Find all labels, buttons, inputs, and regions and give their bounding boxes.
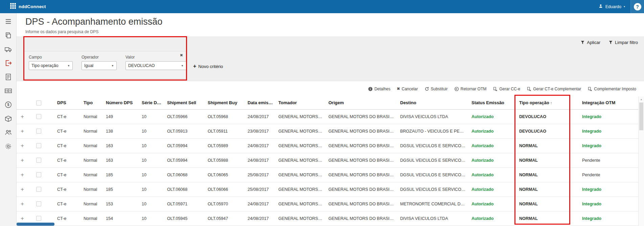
expand-row-button[interactable]: +: [21, 172, 24, 178]
cell-destino: BROZAUTO - VEICULOS E PECAS LT...: [396, 124, 467, 138]
cell-buy: OLT.05989: [204, 138, 244, 153]
row-checkbox[interactable]: [36, 201, 41, 206]
row-checkbox[interactable]: [36, 143, 41, 148]
cell-data: 24/08/2017: [244, 197, 274, 211]
cell-tipo: Normal: [79, 211, 102, 226]
package-icon[interactable]: [4, 115, 12, 122]
substituir-button[interactable]: Substituir: [424, 87, 448, 91]
gerar-cce-button[interactable]: Gerar CC-e: [493, 87, 520, 91]
document-arrow-icon: [527, 87, 531, 91]
expand-row-button[interactable]: +: [21, 201, 24, 207]
users-icon[interactable]: [4, 129, 12, 136]
row-checkbox[interactable]: [36, 216, 41, 221]
apply-filter-button[interactable]: Aplicar: [580, 40, 600, 45]
cell-tipo_operacao: NORMAL: [515, 167, 578, 182]
value-select[interactable]: DEVOLUCAO ▼: [125, 61, 186, 70]
col-tipo-operacao[interactable]: Tipo operação↑: [515, 96, 578, 109]
col-tomador[interactable]: Tomador: [274, 96, 324, 109]
cell-tomador: GENERAL MOTORS DO ...: [274, 211, 324, 226]
cell-tipo_operacao: NORMAL: [515, 138, 578, 153]
cell-dps: CT-e: [53, 211, 79, 226]
cell-tipo: Normal: [79, 167, 102, 182]
col-origem[interactable]: Origem: [324, 96, 396, 109]
cell-dps: CT-e: [53, 138, 79, 153]
cancelar-button[interactable]: ✖ Cancelar: [397, 87, 418, 91]
currency-dollar-icon[interactable]: $: [4, 101, 12, 109]
menu-icon[interactable]: [4, 18, 12, 25]
col-dps[interactable]: DPS: [53, 96, 79, 109]
cell-serie: 10: [138, 138, 163, 153]
cell-buy: OLT.05988: [204, 153, 244, 167]
col-serie-dps[interactable]: Série DPS: [138, 96, 163, 109]
expand-row-button[interactable]: +: [21, 157, 24, 163]
table-row: +CT-eNormal16310OLT.05994OLT.0598824/08/…: [17, 153, 638, 167]
remove-criteria-button[interactable]: ✖: [180, 53, 183, 58]
cell-tipo: Normal: [79, 153, 102, 167]
operator-column: Operador Igual ▼: [82, 55, 117, 70]
col-integracao-otm[interactable]: Integração OTM: [578, 96, 638, 109]
complementar-imposto-button[interactable]: Complementar Imposto: [588, 87, 636, 91]
select-all-checkbox[interactable]: [36, 100, 41, 106]
topbar: nddConnect Eduardo ▾ ?: [0, 0, 644, 13]
help-button[interactable]: ?: [630, 0, 644, 13]
banknote-icon[interactable]: [4, 87, 12, 95]
plus-icon: +: [193, 64, 196, 69]
clear-filter-button[interactable]: Limpar filtro: [608, 40, 638, 45]
horizontal-scrollbar-thumb[interactable]: [17, 223, 54, 226]
col-status-emissao[interactable]: Status Emissão: [467, 96, 515, 109]
field-column: Campo Tipo operação ▼: [29, 55, 73, 70]
col-shipment-buy[interactable]: Shipment Buy: [204, 96, 244, 109]
new-criteria-button[interactable]: + Novo critério: [193, 62, 223, 71]
vertical-scrollbar-thumb[interactable]: [639, 103, 643, 130]
cell-numero: 163: [102, 138, 138, 153]
field-select[interactable]: Tipo operação ▼: [29, 61, 73, 70]
export-icon[interactable]: [4, 59, 12, 67]
row-checkbox[interactable]: [36, 172, 41, 177]
col-destino[interactable]: Destino: [396, 96, 467, 109]
cell-numero: 185: [102, 182, 138, 197]
table-row: +CT-eNormal18510OLT.06068OLT.0606525/08/…: [17, 167, 638, 182]
settings-gear-icon[interactable]: [4, 142, 12, 150]
table-row: +CT-eNormal18510OLT.06068OLT.0606625/08/…: [17, 182, 638, 197]
expand-row-button[interactable]: +: [21, 186, 24, 193]
col-numero-dps[interactable]: Número DPS: [102, 96, 138, 109]
cell-tipo: Normal: [79, 109, 102, 124]
copy-documents-icon[interactable]: [4, 31, 12, 39]
truck-icon[interactable]: [4, 45, 12, 53]
cell-dps: CT-e: [53, 124, 79, 138]
page-subtitle: Informe os dados para pesquisa de DPS: [25, 29, 644, 34]
cell-numero: 154: [102, 211, 138, 226]
user-menu[interactable]: Eduardo ▾: [593, 0, 630, 13]
gerar-cte-complementar-button[interactable]: Gerar CT-e Complementar: [527, 87, 581, 91]
cell-numero: 138: [102, 124, 138, 138]
table-row: +CT-eNormal14910OLT.05966OLT.0596824/08/…: [17, 109, 638, 124]
document-icon[interactable]: [4, 73, 12, 81]
table-row: +CT-eNormal15310OLT.05971OLT.0597024/08/…: [17, 197, 638, 211]
col-tipo[interactable]: Tipo: [79, 96, 102, 109]
row-checkbox[interactable]: [36, 114, 41, 119]
cell-tipo: Normal: [79, 124, 102, 138]
col-data-emissao[interactable]: Data emiss...: [244, 96, 274, 109]
row-checkbox[interactable]: [36, 158, 41, 163]
cell-serie: 10: [138, 211, 163, 226]
row-checkbox[interactable]: [36, 187, 41, 192]
operator-select[interactable]: Igual ▼: [82, 61, 117, 70]
cell-origem: GENERAL MOTORS DO BRASIL LTDA: [324, 211, 396, 226]
detalhes-button[interactable]: Detalhes: [368, 87, 390, 91]
cell-buy: OLT.05947: [204, 211, 244, 226]
table-row: +CT-eNormal15410OLT.05945OLT.0594724/08/…: [17, 211, 638, 226]
cell-dps: CT-e: [53, 109, 79, 124]
operator-label: Operador: [82, 55, 117, 60]
col-shipment-sell[interactable]: Shipment Sell: [163, 96, 204, 109]
cell-destino: DGSUL VEICULOS E SERVICOS LTDA: [396, 167, 467, 182]
scroll-up-icon[interactable]: ▲: [639, 96, 644, 102]
page-header: DPS - Acompanhamento emissão Informe os …: [17, 13, 644, 34]
expand-row-button[interactable]: +: [21, 142, 24, 149]
retornar-otm-button[interactable]: Retornar OTM: [454, 87, 487, 91]
expand-row-button[interactable]: +: [21, 113, 24, 120]
expand-row-button[interactable]: +: [21, 128, 24, 134]
row-checkbox[interactable]: [36, 129, 41, 134]
vertical-scrollbar[interactable]: ▲: [638, 96, 644, 226]
expand-row-button[interactable]: +: [21, 215, 24, 222]
cell-origem: GENERAL MOTORS DO BRASIL LTDA: [324, 197, 396, 211]
